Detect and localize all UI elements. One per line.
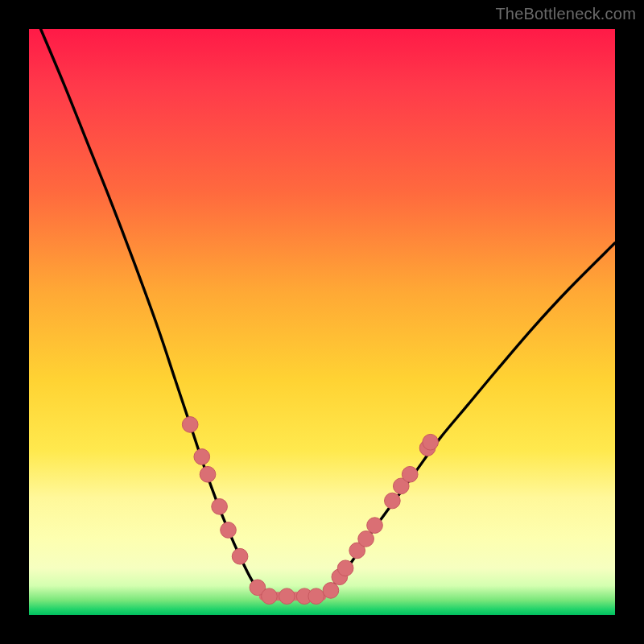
marker-right-10 [423,434,439,450]
marker-right-4 [358,531,374,547]
outer-frame: TheBottleneck.com [0,0,644,644]
marker-left-3 [212,498,228,514]
marker-right-0 [323,583,339,599]
marker-right-8 [402,466,418,482]
marker-left-5 [232,548,248,564]
marker-left-4 [221,522,237,539]
marker-left-7 [262,588,278,605]
marker-left-0 [182,417,198,433]
curve-left-branch [41,29,264,597]
marker-right-2 [337,560,353,576]
chart-svg [29,29,615,615]
marker-left-10 [308,588,324,605]
plot-area [29,29,615,615]
marker-right-6 [385,493,401,509]
marker-left-1 [194,449,210,465]
watermark-text: TheBottleneck.com [495,5,636,23]
marker-left-2 [200,466,216,482]
marker-right-5 [367,518,383,534]
marker-left-8 [279,588,295,605]
